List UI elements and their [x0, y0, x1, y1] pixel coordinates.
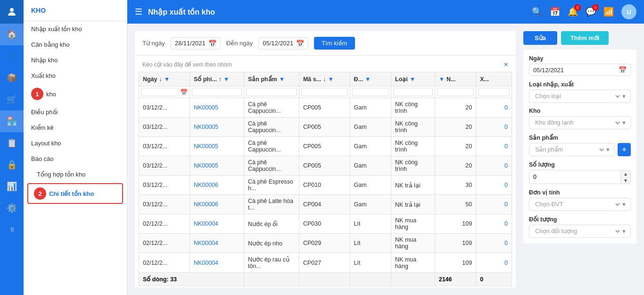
soluong-input[interactable]	[529, 171, 620, 183]
sidebar-item-can-bang[interactable]: Cân bằng kho	[24, 37, 127, 52]
hamburger-icon[interactable]: ☰	[135, 7, 142, 17]
sua-button[interactable]: Sửa	[523, 31, 557, 45]
kho-select-wrap[interactable]: Kho đông lạnh ▼	[529, 116, 631, 129]
col-loai[interactable]: Loại ▼	[391, 72, 435, 86]
notification-icon[interactable]: 🔔 0	[568, 7, 578, 17]
nav-reports[interactable]: 📋	[0, 132, 24, 154]
avatar[interactable]: U	[621, 4, 636, 19]
filter-d[interactable]	[350, 86, 391, 98]
filter-n-input[interactable]	[437, 88, 474, 96]
table-row[interactable]: 02/12/2... NK00004 Nước ép ổi CP030 Lít …	[139, 214, 512, 234]
table-row[interactable]: 03/12/2... NK00006 Cà phê Espresso h... …	[139, 176, 512, 195]
sidebar-item-kho[interactable]: 1 kho	[24, 84, 127, 104]
cell-so-phi[interactable]: NK00004	[190, 214, 244, 234]
filter-ngay-input[interactable]	[141, 88, 179, 96]
sidebar-item-tong-hop[interactable]: Tổng hợp tồn kho	[24, 167, 127, 182]
cell-so-phi[interactable]: NK00005	[190, 137, 244, 156]
col-x[interactable]: X...	[476, 72, 512, 86]
sidebar-item-nhap-xuat[interactable]: Nhập xuất tồn kho	[24, 21, 127, 37]
loai-select[interactable]: Chọn loại	[533, 93, 621, 100]
cell-so-phi[interactable]: NK00004	[190, 234, 244, 253]
loai-label: Loại nhập, xuất	[529, 81, 631, 88]
nav-settings[interactable]: ⚙️	[0, 197, 24, 219]
filter-ngay[interactable]: 📅	[139, 86, 190, 98]
table-row[interactable]: 03/12/2... NK00005 Cà phê Cappuccin... C…	[139, 98, 512, 118]
filter-loai[interactable]	[391, 86, 435, 98]
soluong-up[interactable]: ▲	[621, 170, 630, 177]
nav-apps[interactable]: ⠿	[0, 219, 24, 241]
cell-so-phi[interactable]: NK00006	[190, 195, 244, 214]
col-ngay[interactable]: Ngày ↓ ▼	[139, 72, 190, 86]
app-logo[interactable]	[0, 0, 24, 24]
filter-san-pham[interactable]	[244, 86, 299, 98]
table-row[interactable]: 03/12/2... NK00005 Cà phê Cappuccin... C…	[139, 156, 512, 176]
ngay-calendar-icon[interactable]: 📅	[619, 66, 627, 74]
cell-so-phi[interactable]: NK00005	[190, 156, 244, 176]
dvt-select[interactable]: Chọn ĐVT	[533, 201, 621, 208]
soluong-input-wrap[interactable]: ▲ ▼	[529, 170, 631, 184]
search-icon[interactable]: 🔍	[532, 7, 542, 17]
cell-n: 109	[435, 214, 476, 234]
from-date-input[interactable]: 28/11/2021 📅	[171, 37, 221, 50]
filter-d-input[interactable]	[352, 88, 389, 96]
nav-users[interactable]: 👤	[0, 45, 24, 67]
filter-ma-s[interactable]	[299, 86, 350, 98]
sidebar-item-dieu-phoi[interactable]: Điều phối	[24, 104, 127, 120]
doituong-select[interactable]: Chọn đối tượng	[533, 228, 621, 235]
cell-so-phi[interactable]: NK00004	[190, 253, 244, 273]
filter-so-phi-input[interactable]	[192, 88, 242, 96]
nav-home[interactable]: 🏠	[0, 24, 24, 45]
table-row[interactable]: 02/12/2... NK00004 Nước ép rau củ tôn...…	[139, 253, 512, 273]
message-icon[interactable]: 💬 0	[586, 7, 596, 17]
sidebar-item-layout-kho[interactable]: Layout kho	[24, 135, 127, 151]
filter-ma-s-input[interactable]	[301, 88, 348, 96]
nav-orders[interactable]: 🛒	[0, 89, 24, 110]
search-button[interactable]: Tìm kiếm	[314, 37, 355, 50]
ngay-input[interactable]: 05/12/2021 📅	[529, 64, 631, 76]
from-calendar-icon[interactable]: 📅	[208, 40, 216, 47]
filter-x-input[interactable]	[478, 88, 510, 96]
filter-x[interactable]	[476, 86, 512, 98]
sidebar-item-kiem-ke[interactable]: Kiểm kê	[24, 120, 127, 135]
table-row[interactable]: 03/12/2... NK00005 Cà phê Cappuccin... C…	[139, 137, 512, 156]
nav-warehouse[interactable]: 🏪	[0, 110, 24, 132]
sidebar-item-nhap-kho[interactable]: Nhập kho	[24, 52, 127, 68]
cell-so-phi[interactable]: NK00006	[190, 176, 244, 195]
col-so-phi[interactable]: Số phi... ↑ ▼	[190, 72, 244, 86]
table-row[interactable]: 03/12/2... NK00005 Cà phê Cappuccin... C…	[139, 118, 512, 137]
cell-so-phi[interactable]: NK00005	[190, 118, 244, 137]
sidebar-item-bao-cao[interactable]: Báo cáo	[24, 151, 127, 167]
table-row[interactable]: 03/12/2... NK00006 Cà phê Latte hòa t...…	[139, 195, 512, 214]
sanpham-select[interactable]: Sản phẩm	[533, 146, 605, 153]
kho-select[interactable]: Kho đông lạnh	[533, 119, 621, 126]
filter-loai-input[interactable]	[393, 88, 433, 96]
them-moi-button[interactable]: Thêm mới	[561, 31, 609, 45]
to-date-input[interactable]: 05/12/2021 📅	[258, 37, 308, 50]
sanpham-select-wrap[interactable]: Sản phẩm ▼	[529, 143, 615, 156]
doituong-select-wrap[interactable]: Chọn đối tượng ▼	[529, 225, 631, 238]
filter-n[interactable]	[435, 86, 476, 98]
filter-so-phi[interactable]	[190, 86, 244, 98]
nav-lock[interactable]: 🔒	[0, 154, 24, 176]
cell-san-pham: Cà phê Cappuccin...	[244, 137, 299, 156]
group-hint-close[interactable]: ✕	[504, 61, 508, 68]
nav-products[interactable]: 📦	[0, 67, 24, 89]
sidebar-item-xuat-kho[interactable]: Xuất kho	[24, 68, 127, 84]
filter-ngay-cal[interactable]: 📅	[180, 89, 188, 96]
sidebar-item-chi-tiet[interactable]: 2 Chi tiết tồn kho	[27, 183, 123, 204]
add-product-button[interactable]: +	[618, 143, 631, 156]
col-d[interactable]: Đ... ▼	[350, 72, 391, 86]
calendar-icon[interactable]: 📅	[550, 7, 560, 17]
cell-loai: NK công trình	[391, 118, 435, 137]
filter-san-pham-input[interactable]	[246, 88, 297, 96]
to-calendar-icon[interactable]: 📅	[296, 40, 304, 47]
soluong-down[interactable]: ▼	[621, 177, 630, 184]
loai-select-wrap[interactable]: Chọn loại ▼	[529, 90, 631, 103]
col-san-pham[interactable]: Sản phẩm ▼	[244, 72, 299, 86]
table-row[interactable]: 02/12/2... NK00004 Nước ép nho CP029 Lít…	[139, 234, 512, 253]
col-ma-s[interactable]: Mã s... ↓ ▼	[299, 72, 350, 86]
nav-stats[interactable]: 📊	[0, 176, 24, 197]
dvt-select-wrap[interactable]: Chọn ĐVT ▼	[529, 198, 631, 211]
cell-so-phi[interactable]: NK00005	[190, 98, 244, 118]
col-n[interactable]: ▼ N...	[435, 72, 476, 86]
